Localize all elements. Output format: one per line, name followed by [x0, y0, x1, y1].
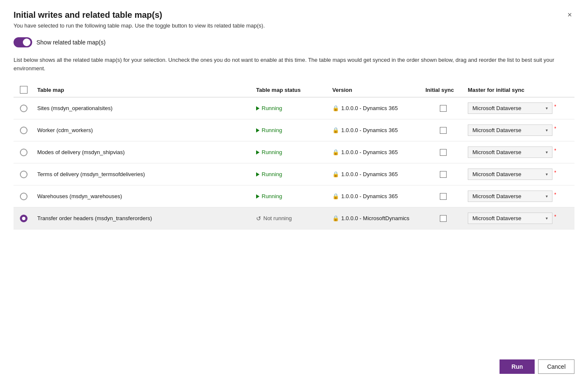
- master-dropdown-sites[interactable]: Microsoft Dataverse ▾ *: [468, 102, 552, 114]
- master-dropdown-transfer[interactable]: Microsoft Dataverse ▾ *: [468, 213, 552, 224]
- row-name-modes: Modes of delivery (msdyn_shipvias): [34, 149, 253, 155]
- cancel-button[interactable]: Cancel: [538, 359, 574, 374]
- table-header: Table map Table map status Version Initi…: [14, 83, 574, 97]
- row-status-worker: Running: [253, 127, 329, 133]
- header-table-map: Table map: [34, 87, 253, 93]
- chevron-down-icon: ▾: [546, 194, 548, 199]
- row-initial-sync-worker[interactable]: [422, 127, 464, 134]
- row-status-sites: Running: [253, 105, 329, 111]
- header-table-map-status: Table map status: [253, 87, 329, 93]
- lock-icon: 🔒: [332, 171, 339, 177]
- toggle-thumb: [23, 39, 30, 46]
- table-container: Table map Table map status Version Initi…: [14, 83, 574, 229]
- row-radio-transfer[interactable]: [14, 215, 34, 222]
- checkbox-initial-sync-terms[interactable]: [440, 171, 447, 178]
- row-master-sites: Microsoft Dataverse ▾ *: [464, 102, 574, 114]
- radio-sites[interactable]: [20, 105, 28, 112]
- row-radio-sites[interactable]: [14, 105, 34, 112]
- lock-icon: 🔒: [332, 149, 339, 155]
- row-status-modes: Running: [253, 149, 329, 155]
- checkbox-initial-sync-transfer[interactable]: [440, 215, 447, 222]
- table-row: Sites (msdyn_operationalsites) Running 🔒…: [14, 97, 574, 119]
- dialog-subtitle: You have selected to run the following t…: [14, 22, 574, 29]
- status-running-modes: Running: [256, 149, 326, 155]
- status-running-terms: Running: [256, 171, 326, 177]
- radio-worker[interactable]: [20, 127, 28, 134]
- close-button[interactable]: ×: [565, 10, 574, 19]
- toggle-row: Show related table map(s): [14, 37, 574, 47]
- radio-modes[interactable]: [20, 149, 28, 156]
- row-version-sites: 🔒 1.0.0.0 - Dynamics 365: [329, 105, 422, 111]
- checkbox-initial-sync-worker[interactable]: [440, 127, 447, 134]
- lock-icon: 🔒: [332, 105, 339, 111]
- row-initial-sync-transfer[interactable]: [422, 215, 464, 222]
- row-version-transfer: 🔒 1.0.0.0 - MicrosoftDynamics: [329, 215, 422, 221]
- master-dropdown-modes[interactable]: Microsoft Dataverse ▾ *: [468, 146, 552, 158]
- header-select-all[interactable]: [14, 86, 34, 94]
- radio-transfer[interactable]: [20, 215, 28, 222]
- status-running-sites: Running: [256, 105, 326, 111]
- row-name-terms: Terms of delivery (msdyn_termsofdeliveri…: [34, 171, 253, 177]
- play-icon: [256, 150, 259, 155]
- row-master-worker: Microsoft Dataverse ▾ *: [464, 124, 574, 136]
- show-related-toggle[interactable]: [14, 37, 32, 47]
- row-name-worker: Worker (cdm_workers): [34, 127, 253, 133]
- row-initial-sync-terms[interactable]: [422, 171, 464, 178]
- lock-icon: 🔒: [332, 193, 339, 199]
- play-icon: [256, 128, 259, 133]
- chevron-down-icon: ▾: [546, 128, 548, 133]
- radio-terms[interactable]: [20, 171, 28, 178]
- row-initial-sync-modes[interactable]: [422, 149, 464, 156]
- play-icon: [256, 172, 259, 177]
- header-master-initial-sync: Master for initial sync: [464, 87, 574, 93]
- table-row: Modes of delivery (msdyn_shipvias) Runni…: [14, 141, 574, 163]
- master-dropdown-worker[interactable]: Microsoft Dataverse ▾ *: [468, 124, 552, 136]
- checkbox-initial-sync-sites[interactable]: [440, 105, 447, 112]
- dialog-header: Initial writes and related table map(s) …: [14, 10, 574, 20]
- dialog-title: Initial writes and related table map(s): [14, 10, 162, 20]
- status-running-warehouses: Running: [256, 193, 326, 199]
- row-initial-sync-warehouses[interactable]: [422, 193, 464, 200]
- lock-icon: 🔒: [332, 215, 339, 221]
- row-radio-warehouses[interactable]: [14, 193, 34, 200]
- table-row: Warehouses (msdyn_warehouses) Running 🔒 …: [14, 185, 574, 207]
- row-master-transfer: Microsoft Dataverse ▾ *: [464, 213, 574, 224]
- row-radio-worker[interactable]: [14, 127, 34, 134]
- header-checkbox[interactable]: [20, 86, 28, 94]
- chevron-down-icon: ▾: [546, 106, 548, 111]
- row-initial-sync-sites[interactable]: [422, 105, 464, 112]
- row-status-warehouses: Running: [253, 193, 329, 199]
- row-master-terms: Microsoft Dataverse ▾ *: [464, 169, 574, 180]
- header-initial-sync: Initial sync: [422, 87, 464, 93]
- play-icon: [256, 106, 259, 111]
- row-radio-terms[interactable]: [14, 171, 34, 178]
- toggle-label: Show related table map(s): [36, 39, 105, 46]
- status-running-worker: Running: [256, 127, 326, 133]
- run-button[interactable]: Run: [500, 359, 535, 374]
- row-name-sites: Sites (msdyn_operationalsites): [34, 105, 253, 111]
- radio-warehouses[interactable]: [20, 193, 28, 200]
- checkbox-initial-sync-warehouses[interactable]: [440, 193, 447, 200]
- row-status-transfer: ↺ Not running: [253, 215, 329, 222]
- chevron-down-icon: ▾: [546, 150, 548, 155]
- row-version-worker: 🔒 1.0.0.0 - Dynamics 365: [329, 127, 422, 133]
- table-row: Worker (cdm_workers) Running 🔒 1.0.0.0 -…: [14, 119, 574, 141]
- row-radio-modes[interactable]: [14, 149, 34, 156]
- description-text: List below shows all the related table m…: [14, 56, 574, 72]
- chevron-down-icon: ▾: [546, 172, 548, 177]
- row-version-warehouses: 🔒 1.0.0.0 - Dynamics 365: [329, 193, 422, 199]
- dialog-footer: Run Cancel: [500, 359, 574, 374]
- master-dropdown-terms[interactable]: Microsoft Dataverse ▾ *: [468, 169, 552, 180]
- checkbox-initial-sync-modes[interactable]: [440, 149, 447, 156]
- sync-icon: ↺: [256, 215, 261, 222]
- header-version: Version: [329, 87, 422, 93]
- table-row: Terms of delivery (msdyn_termsofdeliveri…: [14, 163, 574, 185]
- row-name-warehouses: Warehouses (msdyn_warehouses): [34, 193, 253, 199]
- status-not-running-transfer: ↺ Not running: [256, 215, 326, 222]
- play-icon: [256, 194, 259, 199]
- row-status-terms: Running: [253, 171, 329, 177]
- master-dropdown-warehouses[interactable]: Microsoft Dataverse ▾ *: [468, 191, 552, 202]
- lock-icon: 🔒: [332, 127, 339, 133]
- dialog-container: Initial writes and related table map(s) …: [0, 0, 588, 384]
- row-master-modes: Microsoft Dataverse ▾ *: [464, 146, 574, 158]
